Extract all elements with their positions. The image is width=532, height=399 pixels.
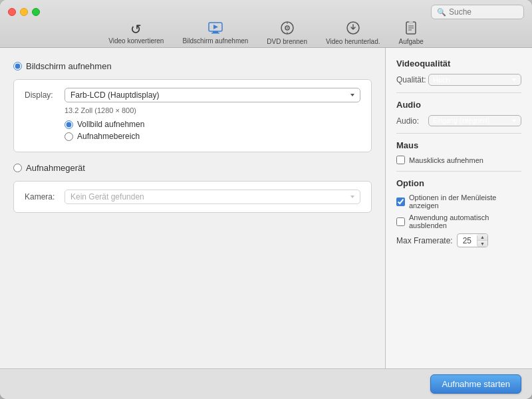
auto-hide-label-text: Anwendung automatisch ausblenden [409, 213, 521, 229]
download-icon [346, 21, 360, 37]
screen-record-icon [208, 22, 223, 36]
svg-rect-1 [213, 31, 218, 33]
area-radio[interactable] [65, 132, 73, 141]
device-record-text: Aufnahmegerät [26, 163, 85, 173]
display-select[interactable]: Farb-LCD (Hauptdisplay) [65, 88, 360, 102]
framerate-value: 25 [458, 235, 477, 246]
option-title: Option [396, 178, 521, 188]
auto-hide-checkbox-label[interactable]: Anwendung automatisch ausblenden [396, 213, 521, 229]
svg-rect-14 [409, 21, 413, 23]
quality-select[interactable]: Hoch [428, 74, 521, 86]
display-size-text: 13.2 Zoll (1280 × 800) [65, 106, 360, 114]
main-area: Bildschirm aufnehmen Display: Farb-LCD (… [0, 48, 532, 368]
fullscreen-button[interactable] [32, 8, 40, 16]
mouse-click-checkbox-label[interactable]: Mausklicks aufnehmen [396, 156, 521, 164]
fullscreen-radio[interactable] [65, 120, 73, 129]
stepper-down-button[interactable]: ▼ [477, 241, 487, 247]
mouse-click-checkbox[interactable] [396, 156, 405, 164]
search-icon: 🔍 [437, 8, 446, 17]
search-bar[interactable]: 🔍 [431, 5, 524, 19]
screen-record-radio-label[interactable]: Bildschirm aufnehmen [13, 61, 372, 71]
video-quality-title: Videoqualität [396, 59, 521, 68]
traffic-lights [8, 8, 40, 16]
audio-row: Audio: Eingang (integriert) [396, 115, 521, 126]
mouse-click-label-text: Mausklicks aufnehmen [409, 156, 483, 164]
titlebar: 🔍 ↺ Video konvertieren Bildschirm au [0, 0, 532, 48]
content-panel: Bildschirm aufnehmen Display: Farb-LCD (… [0, 48, 386, 368]
framerate-label: Max Framerate: [396, 236, 453, 245]
minimize-button[interactable] [20, 8, 28, 16]
audio-title: Audio [396, 100, 521, 110]
divider-mouse [396, 133, 521, 134]
toolbar-label-bildschirm: Bildschirm aufnehmen [182, 37, 248, 45]
start-recording-button[interactable]: Aufnahme starten [430, 374, 521, 394]
device-record-radio-label[interactable]: Aufnahmegerät [13, 163, 372, 173]
footer: Aufnahme starten [0, 368, 532, 399]
framerate-stepper[interactable]: 25 ▲ ▼ [457, 233, 488, 247]
audio-select[interactable]: Eingang (integriert) [428, 115, 521, 126]
toolbar-item-dvd[interactable]: DVD brennen [267, 21, 307, 45]
divider-option [396, 171, 521, 172]
menu-bar-checkbox[interactable] [396, 198, 405, 206]
framerate-row: Max Framerate: 25 ▲ ▼ [396, 233, 521, 247]
quality-row: Qualität: Hoch [396, 74, 521, 86]
quality-label: Qualität: [396, 75, 428, 84]
camera-label: Kamera: [25, 192, 65, 201]
audio-label: Audio: [396, 116, 428, 126]
area-radio-label[interactable]: Aufnahmebereich [65, 132, 360, 141]
display-row: Display: Farb-LCD (Hauptdisplay) [25, 88, 360, 102]
stepper-up-button[interactable]: ▲ [477, 234, 487, 241]
toolbar-label-dvd: DVD brennen [267, 38, 307, 45]
toolbar-label-video-konvertieren: Video konvertieren [108, 37, 164, 45]
menu-bar-checkbox-label[interactable]: Optionen in der Menüleiste anzeigen [396, 194, 521, 209]
toolbar: ↺ Video konvertieren Bildschirm aufnehme… [0, 21, 532, 49]
close-button[interactable] [8, 8, 16, 16]
svg-marker-3 [213, 25, 218, 29]
toolbar-item-download[interactable]: Video herunterlad. [326, 21, 380, 45]
display-box: Display: Farb-LCD (Hauptdisplay) 13.2 Zo… [13, 79, 372, 152]
toolbar-label-aufgabe: Aufgabe [399, 38, 424, 45]
toolbar-item-aufgabe[interactable]: Aufgabe [399, 21, 424, 45]
fullscreen-radio-label[interactable]: Vollbild aufnehmen [65, 120, 360, 129]
toolbar-item-bildschirm[interactable]: Bildschirm aufnehmen [182, 22, 248, 45]
screen-record-radio[interactable] [13, 62, 22, 70]
stepper-buttons: ▲ ▼ [477, 234, 487, 247]
toolbar-item-video-konvertieren[interactable]: ↺ Video konvertieren [108, 23, 164, 45]
camera-box: Kamera: Kein Gerät gefunden [13, 181, 372, 213]
camera-row: Kamera: Kein Gerät gefunden [25, 190, 360, 204]
svg-point-6 [287, 27, 288, 29]
display-label: Display: [25, 90, 65, 100]
camera-select[interactable]: Kein Gerät gefunden [65, 190, 360, 204]
mouse-title: Maus [396, 140, 521, 150]
auto-hide-checkbox[interactable] [396, 217, 405, 226]
svg-rect-2 [211, 33, 219, 34]
right-panel: Videoqualität Qualität: Hoch Audio Audio… [386, 48, 532, 368]
divider-audio [396, 92, 521, 93]
area-label-text: Aufnahmebereich [77, 132, 140, 141]
toolbar-label-download: Video herunterlad. [326, 38, 380, 45]
dvd-icon [281, 21, 294, 37]
device-record-radio[interactable] [13, 164, 22, 172]
search-input[interactable] [449, 7, 518, 17]
video-convert-icon: ↺ [130, 23, 142, 36]
task-icon [405, 21, 417, 37]
screen-record-text: Bildschirm aufnehmen [26, 61, 112, 71]
menu-bar-label-text: Optionen in der Menüleiste anzeigen [409, 194, 521, 209]
fullscreen-label-text: Vollbild aufnehmen [77, 120, 144, 129]
